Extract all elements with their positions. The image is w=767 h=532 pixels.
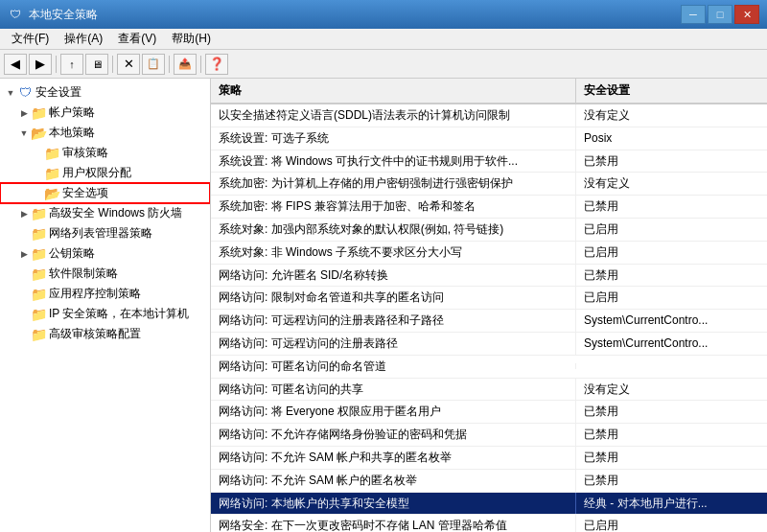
toolbar: ◀ ▶ ↑ 🖥 ✕ 📋 📤 ❓ — [0, 50, 767, 79]
header-policy: 策略 — [211, 79, 575, 103]
tree-item-software-restriction[interactable]: ▶ 📁 软件限制策略 — [0, 264, 210, 284]
table-row[interactable]: 网络访问: 可匿名访问的共享没有定义 — [211, 379, 767, 402]
expand-icon-local: ▼ — [17, 127, 31, 140]
folder-icon-app-control: 📁 — [31, 287, 46, 302]
table-row[interactable]: 网络访问: 不允许 SAM 帐户的匿名枚举已禁用 — [211, 470, 767, 493]
folder-icon-software-restriction: 📁 — [31, 266, 46, 282]
menu-view[interactable]: 查看(V) — [110, 29, 164, 49]
policy-value-cell: 已禁用 — [575, 470, 767, 492]
table-row[interactable]: 系统对象: 加强内部系统对象的默认权限(例如, 符号链接)已启用 — [211, 219, 767, 242]
policy-value-cell: Posix — [575, 127, 767, 150]
tree-item-security-settings[interactable]: ▼ 🛡 安全设置 — [0, 82, 210, 103]
minimize-button[interactable]: ─ — [681, 5, 706, 24]
expand-icon: ▼ — [4, 86, 17, 100]
policy-list[interactable]: 以安全描述符定义语言(SDDL)语法表示的计算机访问限制没有定义系统设置: 可选… — [211, 104, 767, 532]
policy-name-cell: 系统设置: 可选子系统 — [211, 127, 575, 150]
policy-name-cell: 网络访问: 可远程访问的注册表路径 — [211, 333, 575, 355]
menu-file[interactable]: 文件(F) — [4, 29, 57, 49]
folder-icon-user-rights: 📁 — [44, 166, 59, 181]
tree-panel[interactable]: ▼ 🛡 安全设置 ▶ 📁 帐户策略 ▼ 📂 本地策略 ▶ 📁 审核策略 ▶ 📁 … — [0, 79, 211, 532]
shield-icon: 🛡 — [17, 85, 33, 101]
expand-icon-software-restriction: ▶ — [17, 267, 31, 281]
folder-icon-account: 📁 — [31, 105, 46, 121]
policy-name-cell: 系统对象: 非 Windows 子系统不要求区分大小写 — [211, 242, 575, 264]
right-panel: 策略 安全设置 以安全描述符定义语言(SDDL)语法表示的计算机访问限制没有定义… — [211, 79, 767, 532]
table-row[interactable]: 网络访问: 可远程访问的注册表路径和子路径System\CurrentContr… — [211, 310, 767, 333]
toolbar-sep-2 — [112, 56, 113, 73]
table-row[interactable]: 网络访问: 可远程访问的注册表路径System\CurrentContro... — [211, 333, 767, 356]
table-row[interactable]: 系统加密: 将 FIPS 兼容算法用于加密、哈希和签名已禁用 — [211, 196, 767, 219]
table-row[interactable]: 系统设置: 可选子系统Posix — [211, 127, 767, 150]
tree-label-app-control: 应用程序控制策略 — [49, 286, 141, 302]
delete-button[interactable]: ✕ — [117, 54, 140, 75]
table-row[interactable]: 网络访问: 不允许 SAM 帐户和共享的匿名枚举已禁用 — [211, 447, 767, 470]
tree-item-user-rights[interactable]: ▶ 📁 用户权限分配 — [0, 163, 210, 183]
expand-icon-firewall: ▶ — [17, 207, 31, 220]
tree-item-local-policy[interactable]: ▼ 📂 本地策略 — [0, 123, 210, 143]
policy-value-cell: System\CurrentContro... — [575, 310, 767, 332]
table-row[interactable]: 网络访问: 将 Everyone 权限应用于匿名用户已禁用 — [211, 401, 767, 424]
policy-value-cell: 已启用 — [575, 219, 767, 241]
maximize-button[interactable]: □ — [708, 5, 732, 24]
expand-icon-network-list: ▶ — [17, 227, 31, 241]
title-bar: 🛡 本地安全策略 ─ □ ✕ — [0, 0, 767, 29]
toolbar-sep-3 — [169, 56, 170, 73]
properties-button[interactable]: 📋 — [142, 54, 165, 75]
main-content: ▼ 🛡 安全设置 ▶ 📁 帐户策略 ▼ 📂 本地策略 ▶ 📁 审核策略 ▶ 📁 … — [0, 79, 767, 532]
policy-value-cell: 已禁用 — [575, 265, 767, 287]
policy-value-cell: 已启用 — [575, 515, 767, 532]
policy-name-cell: 网络访问: 不允许 SAM 帐户的匿名枚举 — [211, 470, 575, 492]
back-button[interactable]: ◀ — [4, 54, 27, 75]
folder-icon-ip-security: 📁 — [31, 307, 46, 322]
table-row[interactable]: 网络访问: 可匿名访问的命名管道 — [211, 356, 767, 379]
forward-button[interactable]: ▶ — [29, 54, 52, 75]
tree-item-account-policy[interactable]: ▶ 📁 帐户策略 — [0, 103, 210, 123]
folder-icon-firewall: 📁 — [31, 206, 46, 221]
toolbar-sep-4 — [200, 56, 201, 73]
policy-name-cell: 网络访问: 不允许 SAM 帐户和共享的匿名枚举 — [211, 447, 575, 469]
tree-item-public-key[interactable]: ▶ 📁 公钥策略 — [0, 243, 210, 264]
menu-action[interactable]: 操作(A) — [57, 29, 110, 49]
tree-label-public-key: 公钥策略 — [49, 245, 95, 262]
policy-name-cell: 网络访问: 可远程访问的注册表路径和子路径 — [211, 310, 575, 332]
table-header: 策略 安全设置 — [211, 79, 767, 104]
table-row[interactable]: 系统对象: 非 Windows 子系统不要求区分大小写已启用 — [211, 242, 767, 265]
policy-value-cell: 已禁用 — [575, 424, 767, 446]
tree-label-advanced-firewall: 高级安全 Windows 防火墙 — [49, 205, 182, 221]
folder-icon-public-key: 📁 — [31, 246, 46, 262]
help-button[interactable]: ❓ — [205, 54, 228, 75]
export-button[interactable]: 📤 — [174, 54, 197, 75]
policy-name-cell: 系统对象: 加强内部系统对象的默认权限(例如, 符号链接) — [211, 219, 575, 241]
tree-item-advanced-audit[interactable]: ▶ 📁 高级审核策略配置 — [0, 324, 210, 344]
up-button[interactable]: ↑ — [60, 54, 83, 75]
title-icon: 🛡 — [8, 7, 23, 22]
policy-name-cell: 网络访问: 限制对命名管道和共享的匿名访问 — [211, 287, 575, 309]
tree-item-audit-policy[interactable]: ▶ 📁 审核策略 — [0, 143, 210, 163]
expand-icon-public-key: ▶ — [17, 247, 31, 261]
tree-item-security-options[interactable]: ▶ 📂 安全选项 — [0, 183, 210, 203]
close-button[interactable]: ✕ — [734, 5, 759, 24]
menu-help[interactable]: 帮助(H) — [164, 29, 219, 49]
table-row[interactable]: 网络访问: 限制对命名管道和共享的匿名访问已启用 — [211, 287, 767, 310]
policy-name-cell: 系统设置: 将 Windows 可执行文件中的证书规则用于软件... — [211, 150, 575, 173]
folder-open-icon-security-options: 📂 — [44, 186, 59, 201]
table-row[interactable]: 网络访问: 本地帐户的共享和安全模型经典 - 对本地用户进行... — [211, 493, 767, 516]
tree-item-ip-security[interactable]: ▶ 📁 IP 安全策略，在本地计算机 — [0, 304, 210, 324]
table-row[interactable]: 系统设置: 将 Windows 可执行文件中的证书规则用于软件...已禁用 — [211, 150, 767, 173]
table-row[interactable]: 网络访问: 不允许存储网络身份验证的密码和凭据已禁用 — [211, 424, 767, 447]
policy-name-cell: 以安全描述符定义语言(SDDL)语法表示的计算机访问限制 — [211, 104, 575, 127]
tree-item-network-list[interactable]: ▶ 📁 网络列表管理器策略 — [0, 223, 210, 243]
policy-value-cell: System\CurrentContro... — [575, 333, 767, 355]
tree-label-security-options: 安全选项 — [62, 185, 108, 201]
expand-icon-user-rights: ▶ — [31, 167, 44, 180]
table-row[interactable]: 网络安全: 在下一次更改密码时不存储 LAN 管理器哈希值已启用 — [211, 515, 767, 532]
table-row[interactable]: 以安全描述符定义语言(SDDL)语法表示的计算机访问限制没有定义 — [211, 104, 767, 127]
table-row[interactable]: 系统加密: 为计算机上存储的用户密钥强制进行强密钥保护没有定义 — [211, 173, 767, 196]
table-row[interactable]: 网络访问: 允许匿名 SID/名称转换已禁用 — [211, 265, 767, 288]
computer-button[interactable]: 🖥 — [85, 54, 108, 75]
expand-icon-ip-security: ▶ — [17, 308, 31, 321]
policy-name-cell: 网络访问: 将 Everyone 权限应用于匿名用户 — [211, 401, 575, 423]
tree-item-app-control[interactable]: ▶ 📁 应用程序控制策略 — [0, 284, 210, 304]
tree-item-advanced-firewall[interactable]: ▶ 📁 高级安全 Windows 防火墙 — [0, 203, 210, 223]
folder-icon-advanced-audit: 📁 — [31, 327, 46, 342]
